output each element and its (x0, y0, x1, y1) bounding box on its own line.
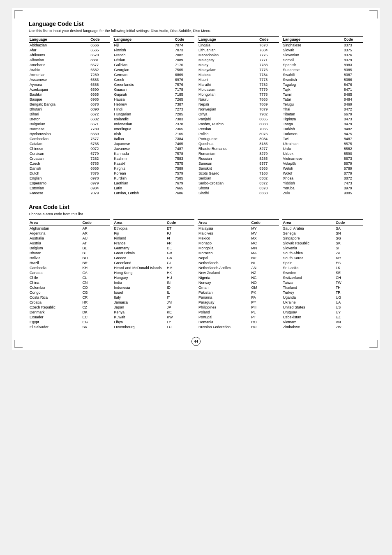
row-code: 7265 (174, 97, 194, 102)
row-code: 6565 (90, 48, 110, 53)
table-row: Corsican6779 (29, 151, 110, 156)
table-row: Gujarati7185 (113, 92, 195, 97)
row-code: 8386 (343, 77, 363, 82)
table-row: FranceFR (113, 241, 195, 246)
row-code: MA (250, 251, 279, 256)
row-code: UY (335, 310, 363, 315)
table-row: BelgiumBE (29, 246, 110, 251)
row-name: Assamese (29, 77, 90, 82)
row-name: Bihari (29, 112, 90, 117)
table-row: SwitzerlandCH (282, 275, 364, 280)
row-code: NO (250, 280, 279, 285)
table-row: United StatesUS (282, 305, 364, 310)
table-row: MonacoMC (198, 241, 279, 246)
row-name: Taiwan (282, 280, 335, 285)
table-row: Oriya7982 (198, 112, 279, 117)
row-name: Estonian (29, 186, 90, 191)
row-name: Turkey (282, 290, 335, 295)
row-name: Greenlandic (113, 82, 174, 87)
table-row: Nepali7869 (198, 102, 279, 107)
row-name: Portuguese (198, 136, 258, 141)
row-name: Frisian (113, 58, 174, 62)
row-name: Egypt (29, 320, 81, 325)
table-row: Telugu8469 (282, 102, 364, 107)
row-name: Thai (282, 107, 343, 112)
lang-col4-header-name: Language (282, 37, 343, 43)
row-code: 8673 (343, 156, 363, 161)
row-code: 6672 (90, 112, 110, 117)
row-name: Slovenia (282, 246, 335, 251)
table-row: Kannada7578 (113, 151, 195, 156)
table-row: Byelorussian6669 (29, 131, 110, 136)
table-row: Swahili8387 (282, 72, 364, 77)
table-row: PolandPL (198, 310, 279, 315)
area-col2-header-code: Code (166, 220, 194, 226)
row-code: PT (250, 315, 279, 320)
table-row: Singhalese8373 (282, 43, 364, 48)
table-row: Slovak8375 (282, 48, 364, 53)
table-row: Scots Gaelic7168 (198, 171, 279, 176)
row-code: 7876 (90, 171, 110, 176)
row-code: 7773 (258, 77, 279, 82)
table-row: Sindhi8368 (198, 191, 279, 196)
table-row: Fiji7074 (113, 43, 195, 48)
row-code: MY (250, 226, 279, 231)
row-name: Saudi Arabia (282, 226, 335, 231)
row-code: 6979 (90, 181, 110, 186)
row-name: Burmese (29, 127, 90, 131)
row-name: Aymara (29, 82, 90, 87)
row-code: 6671 (90, 122, 110, 127)
table-row: South KoreaKR (282, 256, 364, 260)
row-name: Georgian (113, 67, 174, 72)
row-code: 7289 (90, 72, 110, 77)
row-name: Monaco (198, 241, 250, 246)
row-name: Sindhi (198, 191, 258, 196)
row-code: 8279 (258, 151, 279, 156)
row-name: Russian Federation (198, 325, 250, 329)
table-row: MongoliaMN (198, 246, 279, 251)
row-name: Sweden (282, 270, 335, 275)
row-name: Tajik (282, 87, 343, 92)
row-code: 8378 (258, 186, 279, 191)
row-name: Spain (282, 260, 335, 265)
table-row: New ZealandNZ (198, 270, 279, 275)
row-code: 8679 (343, 161, 363, 166)
row-name: Tonga (282, 122, 343, 127)
table-row: Twi8487 (282, 136, 364, 141)
row-code: SG (335, 236, 363, 241)
table-row: Great BritainGB (113, 251, 195, 256)
row-name: Marathi (198, 82, 258, 87)
row-code: TH (335, 285, 363, 290)
table-row: Malagasy7771 (198, 58, 279, 62)
row-code: 9072 (90, 146, 110, 151)
row-code: 8487 (343, 136, 363, 141)
row-code: AN (250, 265, 279, 270)
table-row: Sri LankaLK (282, 265, 364, 270)
row-name: Welsh (282, 166, 343, 171)
table-row: Hungarian7285 (113, 112, 195, 117)
table-row: Nauru7865 (198, 97, 279, 102)
row-name: Ethiopia (113, 226, 166, 231)
table-row: KenyaKE (113, 310, 195, 315)
row-code: 7869 (258, 102, 279, 107)
row-code: 7082 (174, 53, 194, 58)
row-name: Hebrew (113, 102, 174, 107)
row-code: CN (81, 280, 110, 285)
row-name: Switzerland (282, 275, 335, 280)
table-row: EgyptEG (29, 320, 110, 325)
lang-col1: Language Code Abkhazian6566Afar6565Afrik… (29, 36, 110, 196)
row-name: Finnish (113, 48, 174, 53)
table-row: Icelandic7383 (113, 117, 195, 122)
table-row: Thai8472 (282, 107, 364, 112)
row-name: Bhutani (29, 107, 90, 112)
table-row: Saudi ArabiaSA (282, 226, 364, 231)
row-name: Catalan (29, 141, 90, 146)
row-name: Libya (113, 320, 166, 325)
table-row: Wolof8779 (282, 171, 364, 176)
table-row: Italian7384 (113, 136, 195, 141)
area-col4: Area Code Saudi ArabiaSASenegalSNSingapo… (282, 219, 364, 329)
row-code: 6588 (90, 82, 110, 87)
row-name: Zimbabwe (282, 325, 335, 329)
row-code: 7473 (343, 181, 363, 186)
table-row: Aymara6588 (29, 82, 110, 87)
